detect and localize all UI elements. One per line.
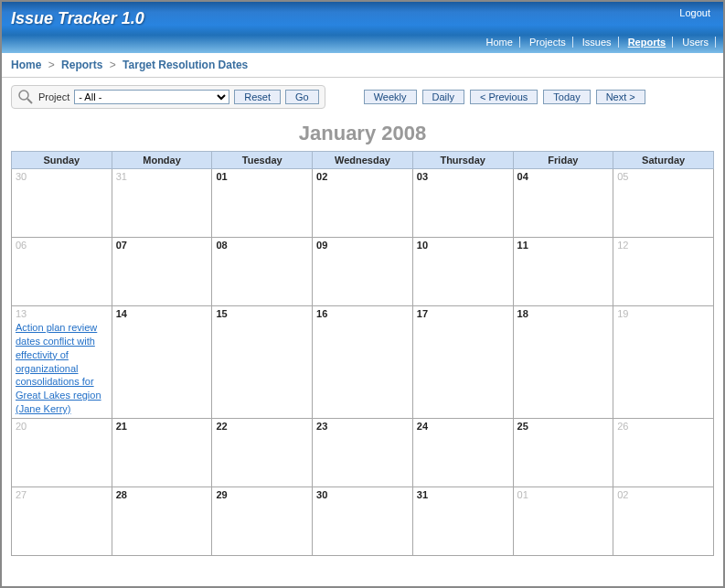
calendar-dow: Thursday (412, 152, 513, 169)
calendar-cell[interactable]: 25 (513, 418, 613, 486)
calendar-cell[interactable]: 04 (513, 169, 613, 238)
reset-button[interactable]: Reset (234, 90, 281, 104)
calendar-cell[interactable]: 30 (12, 169, 112, 238)
calendar-cell[interactable]: 19 (613, 306, 714, 419)
calendar-day-number: 01 (517, 489, 610, 500)
calendar-cell[interactable]: 15 (212, 306, 313, 419)
nav-projects[interactable]: Projects (523, 37, 573, 48)
calendar-day-number: 30 (316, 489, 409, 500)
calendar-day-number: 25 (517, 421, 610, 432)
app-title: Issue Tracker 1.0 (11, 9, 144, 28)
calendar-day-number: 28 (116, 489, 208, 500)
calendar-day-number: 27 (16, 489, 108, 500)
calendar-day-number: 11 (517, 240, 610, 251)
calendar-cell[interactable]: 12 (613, 238, 714, 306)
calendar-cell[interactable]: 06 (12, 238, 112, 306)
calendar-cell[interactable]: 07 (112, 238, 212, 306)
next-button[interactable]: Next > (596, 90, 645, 104)
calendar-day-number: 07 (116, 240, 208, 251)
calendar-day-number: 13 (16, 308, 108, 319)
calendar-day-number: 31 (417, 489, 509, 500)
calendar-day-number: 29 (216, 489, 308, 500)
calendar-cell[interactable]: 17 (412, 306, 513, 419)
calendar-day-number: 20 (16, 421, 108, 432)
search-icon (17, 89, 34, 105)
calendar-day-number: 18 (517, 308, 610, 319)
calendar-cell[interactable]: 21 (112, 418, 212, 486)
calendar-cell[interactable]: 31 (412, 486, 513, 555)
main-nav: Home Projects Issues Reports Users (480, 37, 716, 48)
calendar-day-number: 16 (316, 308, 409, 319)
calendar-cell[interactable]: 18 (513, 306, 613, 419)
calendar-cell[interactable]: 31 (112, 169, 212, 238)
calendar-day-number: 26 (617, 421, 709, 432)
calendar-table: SundayMondayTuesdayWednesdayThursdayFrid… (11, 151, 714, 556)
svg-line-1 (27, 99, 32, 103)
calendar-day-number: 19 (617, 308, 709, 319)
svg-point-0 (19, 91, 28, 100)
calendar-cell[interactable]: 03 (412, 169, 513, 238)
breadcrumb-sep: > (48, 59, 55, 71)
calendar-dow: Monday (112, 152, 212, 169)
calendar-cell[interactable]: 11 (513, 238, 613, 306)
calendar-cell[interactable]: 29 (212, 486, 313, 555)
calendar-day-number: 01 (216, 171, 308, 182)
project-select[interactable]: - All - (74, 90, 229, 104)
weekly-button[interactable]: Weekly (364, 90, 417, 104)
calendar-title: January 2008 (2, 122, 723, 145)
calendar-day-number: 08 (216, 240, 308, 251)
calendar-cell[interactable]: 14 (112, 306, 212, 419)
calendar-day-number: 02 (316, 171, 409, 182)
calendar-cell[interactable]: 10 (412, 238, 513, 306)
calendar-cell[interactable]: 20 (12, 418, 112, 486)
calendar-cell[interactable]: 09 (313, 238, 413, 306)
calendar-cell[interactable]: 01 (212, 169, 313, 238)
calendar-cell[interactable]: 02 (613, 486, 714, 555)
calendar-day-number: 22 (216, 421, 308, 432)
breadcrumb-sep: > (110, 59, 116, 71)
app-header: Issue Tracker 1.0 Logout Home Projects I… (2, 2, 723, 53)
previous-button[interactable]: < Previous (470, 90, 538, 104)
calendar-day-number: 09 (316, 240, 409, 251)
logout-link[interactable]: Logout (679, 7, 710, 18)
calendar-cell[interactable]: 16 (313, 306, 413, 419)
nav-reports[interactable]: Reports (622, 37, 674, 48)
calendar-day-number: 30 (16, 171, 108, 182)
calendar-cell[interactable]: 28 (112, 486, 212, 555)
calendar-day-number: 23 (316, 421, 409, 432)
calendar-day-number: 05 (617, 171, 709, 182)
calendar-cell[interactable]: 30 (313, 486, 413, 555)
calendar-event-link[interactable]: Action plan review dates conflict with e… (16, 321, 108, 416)
today-button[interactable]: Today (543, 90, 590, 104)
breadcrumb-home[interactable]: Home (11, 59, 41, 71)
calendar-cell[interactable]: 05 (613, 169, 714, 238)
daily-button[interactable]: Daily (422, 90, 464, 104)
nav-issues[interactable]: Issues (576, 37, 619, 48)
breadcrumb-reports[interactable]: Reports (61, 59, 102, 71)
calendar-day-number: 03 (417, 171, 509, 182)
nav-home[interactable]: Home (480, 37, 520, 48)
calendar-day-number: 04 (517, 171, 610, 182)
toolbar: Project - All - Reset Go Weekly Daily < … (2, 78, 723, 118)
calendar-cell[interactable]: 01 (513, 486, 613, 555)
breadcrumb-page: Target Resolution Dates (123, 59, 248, 71)
calendar-day-number: 17 (417, 308, 509, 319)
calendar-cell[interactable]: 27 (12, 486, 112, 555)
calendar-cell[interactable]: 26 (613, 418, 714, 486)
calendar-day-number: 31 (116, 171, 208, 182)
calendar-day-number: 02 (617, 489, 709, 500)
calendar-cell[interactable]: 22 (212, 418, 313, 486)
nav-users[interactable]: Users (676, 37, 716, 48)
calendar-cell[interactable]: 24 (412, 418, 513, 486)
calendar-dow: Sunday (12, 152, 112, 169)
calendar-day-number: 24 (417, 421, 509, 432)
calendar-cell[interactable]: 23 (313, 418, 413, 486)
go-button[interactable]: Go (285, 90, 319, 104)
calendar-cell[interactable]: 08 (212, 238, 313, 306)
calendar-day-number: 14 (116, 308, 208, 319)
calendar-cell[interactable]: 02 (313, 169, 413, 238)
project-filter-group: Project - All - Reset Go (11, 85, 325, 109)
project-label: Project (38, 91, 69, 102)
calendar-cell[interactable]: 13Action plan review dates conflict with… (12, 306, 112, 419)
calendar-day-number: 12 (617, 240, 709, 251)
